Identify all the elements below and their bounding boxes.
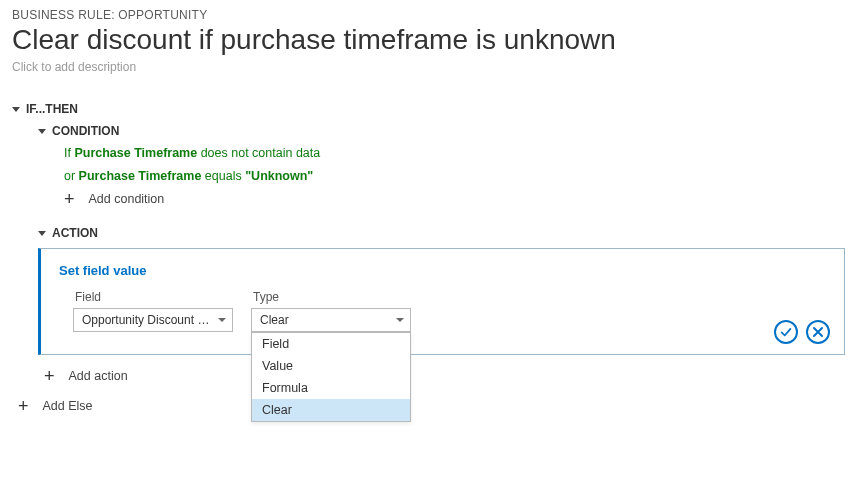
action-block: ACTION Set field value Field Opportunity… bbox=[38, 226, 845, 383]
page-title[interactable]: Clear discount if purchase timeframe is … bbox=[12, 24, 845, 56]
cond-operator: does not contain data bbox=[201, 146, 321, 160]
add-action-label: Add action bbox=[69, 369, 128, 383]
field-value: Opportunity Discount (%) bbox=[82, 313, 212, 327]
chevron-down-icon bbox=[38, 231, 46, 236]
condition-header[interactable]: CONDITION bbox=[38, 124, 845, 138]
field-combobox[interactable]: Opportunity Discount (%) bbox=[73, 308, 233, 332]
breadcrumb: BUSINESS RULE: Opportunity bbox=[12, 8, 845, 22]
type-label: Type bbox=[253, 290, 411, 304]
cond-field: Purchase Timeframe bbox=[79, 169, 202, 183]
chevron-down-icon bbox=[396, 318, 404, 322]
plus-icon: + bbox=[18, 399, 29, 413]
ifthen-label: IF...THEN bbox=[26, 102, 78, 116]
add-action-button[interactable]: + Add action bbox=[44, 369, 845, 383]
ifthen-block: IF...THEN CONDITION If Purchase Timefram… bbox=[12, 102, 845, 383]
chevron-down-icon bbox=[12, 107, 20, 112]
type-value: Clear bbox=[260, 313, 390, 327]
cond-field: Purchase Timeframe bbox=[74, 146, 197, 160]
add-condition-button[interactable]: + Add condition bbox=[64, 192, 845, 206]
x-circle-icon bbox=[812, 326, 824, 338]
check-circle-icon bbox=[779, 325, 793, 339]
chevron-down-icon bbox=[218, 318, 226, 322]
type-option[interactable]: Value bbox=[252, 355, 410, 377]
cond-keyword: If bbox=[64, 146, 71, 160]
type-option[interactable]: Field bbox=[252, 333, 410, 355]
condition-line[interactable]: If Purchase Timeframe does not contain d… bbox=[64, 146, 845, 160]
action-card: Set field value Field Opportunity Discou… bbox=[38, 248, 845, 355]
action-header[interactable]: ACTION bbox=[38, 226, 845, 240]
condition-label: CONDITION bbox=[52, 124, 119, 138]
add-condition-label: Add condition bbox=[89, 192, 165, 206]
action-label: ACTION bbox=[52, 226, 98, 240]
cancel-button[interactable] bbox=[806, 320, 830, 344]
confirm-button[interactable] bbox=[774, 320, 798, 344]
type-combobox[interactable]: Clear bbox=[251, 308, 411, 332]
add-else-button[interactable]: + Add Else bbox=[18, 399, 845, 413]
type-option-selected[interactable]: Clear bbox=[252, 399, 410, 421]
cond-value: "Unknown" bbox=[245, 169, 313, 183]
add-else-label: Add Else bbox=[43, 399, 93, 413]
plus-icon: + bbox=[44, 369, 55, 383]
condition-block: CONDITION If Purchase Timeframe does not… bbox=[38, 124, 845, 206]
type-dropdown[interactable]: Field Value Formula Clear bbox=[251, 332, 411, 421]
ifthen-header[interactable]: IF...THEN bbox=[12, 102, 845, 116]
description-placeholder[interactable]: Click to add description bbox=[12, 60, 845, 74]
type-option[interactable]: Formula bbox=[252, 377, 410, 399]
chevron-down-icon bbox=[38, 129, 46, 134]
field-label: Field bbox=[75, 290, 233, 304]
plus-icon: + bbox=[64, 192, 75, 206]
cond-keyword: or bbox=[64, 169, 75, 183]
action-card-title: Set field value bbox=[59, 263, 826, 278]
cond-operator: equals bbox=[205, 169, 242, 183]
condition-line[interactable]: or Purchase Timeframe equals "Unknown" bbox=[64, 169, 845, 183]
